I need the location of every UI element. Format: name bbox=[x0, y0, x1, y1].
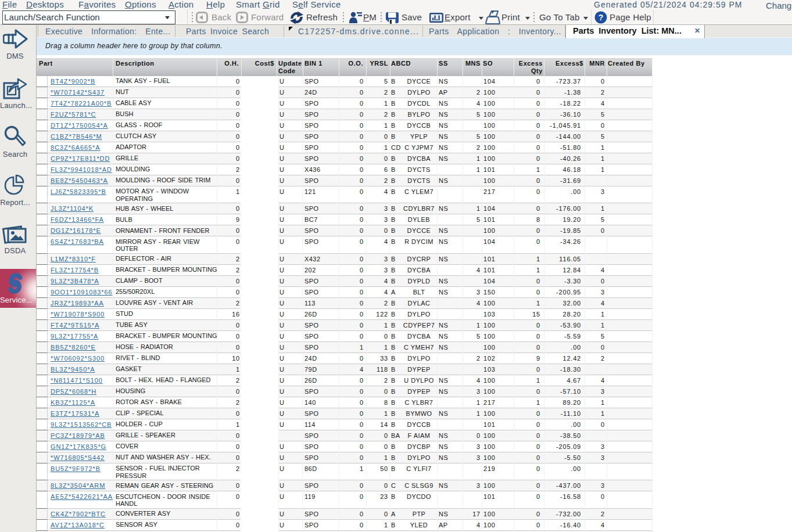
svg-text:?: ? bbox=[599, 13, 604, 22]
